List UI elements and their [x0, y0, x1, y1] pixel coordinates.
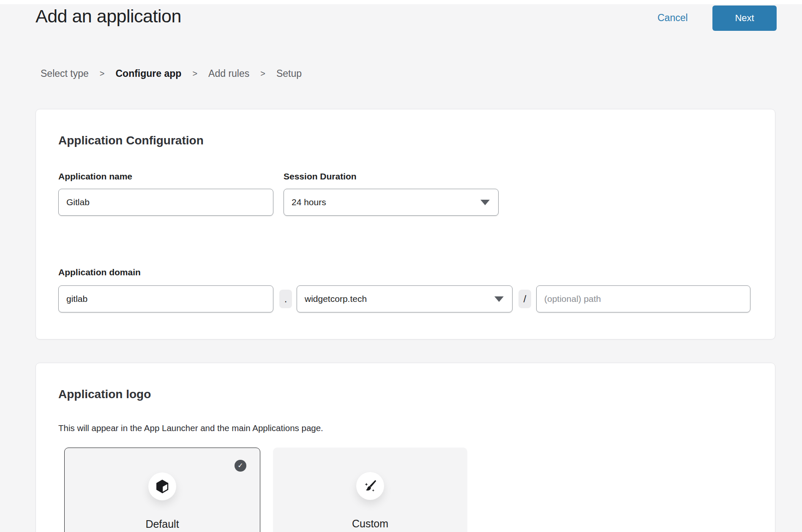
breadcrumb-configure-app[interactable]: Configure app: [115, 68, 181, 79]
application-logo-card: Application logo This will appear in the…: [35, 363, 775, 532]
logo-card-description: This will appear in the App Launcher and…: [58, 423, 323, 433]
config-card-title: Application Configuration: [58, 134, 204, 147]
session-duration-label: Session Duration: [284, 171, 357, 182]
logo-option-default[interactable]: ✓ Default: [64, 448, 260, 532]
logo-option-custom[interactable]: Custom: [273, 448, 467, 532]
cube-icon: [154, 478, 170, 494]
chevron-down-icon: [494, 296, 504, 302]
default-tile-label: Default: [65, 518, 260, 530]
custom-tile-label: Custom: [273, 518, 467, 530]
breadcrumb-separator: >: [260, 69, 265, 79]
subdomain-input[interactable]: [58, 285, 273, 312]
application-name-label: Application name: [58, 171, 132, 182]
breadcrumb-select-type[interactable]: Select type: [41, 68, 89, 79]
session-duration-select[interactable]: 24 hours: [284, 189, 499, 216]
custom-logo-circle: [356, 472, 384, 500]
application-configuration-card: Application Configuration Application na…: [35, 109, 775, 339]
breadcrumb-separator: >: [192, 69, 197, 79]
selected-check-badge: ✓: [235, 460, 246, 472]
breadcrumb-separator: >: [100, 69, 105, 79]
checkmark-icon: ✓: [237, 462, 243, 469]
application-domain-label: Application domain: [58, 267, 141, 277]
domain-select[interactable]: widgetcorp.tech: [297, 285, 513, 312]
domain-dot-separator: .: [279, 290, 292, 308]
top-white-strip: [0, 0, 802, 4]
domain-select-value: widgetcorp.tech: [305, 294, 367, 304]
breadcrumb-setup[interactable]: Setup: [276, 68, 302, 79]
default-logo-circle: [148, 472, 176, 500]
paintbrush-icon: [362, 478, 378, 494]
application-name-input[interactable]: [58, 189, 273, 216]
page-title: Add an application: [35, 6, 181, 27]
cancel-button[interactable]: Cancel: [657, 12, 688, 24]
path-input[interactable]: [536, 285, 750, 312]
breadcrumb-add-rules[interactable]: Add rules: [208, 68, 249, 79]
session-duration-value: 24 hours: [292, 197, 326, 207]
domain-slash-separator: /: [518, 290, 531, 308]
chevron-down-icon: [480, 200, 490, 205]
logo-card-title: Application logo: [58, 388, 151, 401]
breadcrumb: Select type > Configure app > Add rules …: [41, 68, 302, 79]
next-button[interactable]: Next: [712, 5, 777, 31]
